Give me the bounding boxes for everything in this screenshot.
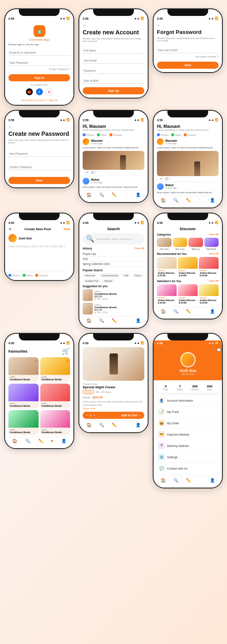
new-password-input[interactable] [8, 151, 70, 157]
home-nav-2[interactable]: 🏠 [161, 198, 166, 203]
profile-nav-p[interactable]: 👤 [210, 478, 215, 483]
fullname-input[interactable] [83, 48, 144, 54]
post-nav-f[interactable]: ✏️ [38, 439, 43, 443]
video-tab-2[interactable]: Video [171, 133, 181, 136]
cat-make-up[interactable]: Make up [188, 238, 203, 250]
product-tab-2[interactable]: Product [184, 133, 196, 136]
photos-tab[interactable]: Photos [83, 133, 94, 136]
post-nav-icon[interactable]: ✏️ [112, 192, 117, 197]
menu-delivery[interactable]: 📍 Delivery Address › [157, 440, 219, 452]
menu-my-posts[interactable]: 📝 My Posts › [157, 406, 219, 418]
next-button[interactable]: Next [8, 177, 70, 184]
heart-nav-2[interactable]: ♡ [198, 198, 202, 203]
val-card-3[interactable]: haircare Andara Skincare $ 24.00 [199, 284, 219, 305]
home-nav-p[interactable]: 🏠 [161, 478, 166, 483]
heart-nav-icon[interactable]: ♡ [124, 192, 128, 197]
apple-icon[interactable]: 🍎 [26, 88, 33, 96]
search-nav-s[interactable]: 🔍 [99, 318, 104, 323]
history-item-2[interactable]: 3CE [83, 257, 144, 262]
back-button[interactable]: ← [8, 124, 70, 129]
next-button[interactable]: Next [157, 62, 219, 69]
history-item-3[interactable]: Spring Collection 2021 [83, 262, 144, 267]
profile-nav-2[interactable]: 👤 [210, 198, 215, 203]
signup-button[interactable]: Sign Up [83, 87, 144, 94]
menu-contact[interactable]: 💬 Contact with Us › [157, 463, 219, 474]
add-to-cart-button[interactable]: Add to Cart → [121, 414, 141, 417]
tag-cinema[interactable]: Cinema Secrets [99, 273, 120, 278]
fav-heart-3[interactable]: ♥ [35, 385, 37, 389]
tag-hair[interactable]: Hair [122, 273, 131, 278]
search-nav-d[interactable]: 🔍 [173, 309, 178, 314]
home-nav-det[interactable]: 🏠 [86, 423, 91, 427]
post-nav-2[interactable]: ✏️ [186, 198, 191, 203]
fav-heart-4[interactable]: ♥ [66, 385, 68, 389]
email-input[interactable] [8, 50, 70, 56]
video-media-tab[interactable]: Video [23, 274, 33, 277]
fav-card-2[interactable]: ♥ Ladies Conditioner Bestie [40, 357, 70, 382]
search-input-wrap[interactable]: 🔍 Type product, brand, collection... [83, 233, 144, 244]
confirm-password-input[interactable] [8, 164, 70, 170]
val-card-1[interactable]: haircare Andara Skincare $ 24.00 [157, 284, 177, 305]
show-more-link[interactable]: Show more [83, 407, 144, 410]
cart-icon[interactable]: 🛒 [62, 347, 70, 355]
categories-view-all[interactable]: View All [209, 233, 219, 236]
history-item-1[interactable]: Purple Lips [83, 252, 144, 257]
video-tab[interactable]: Video [97, 133, 107, 136]
menu-settings[interactable]: ⚙️ Settings › [157, 452, 219, 463]
profile-nav-d[interactable]: 👤 [210, 309, 215, 314]
clear-all-button[interactable]: Clear All [134, 247, 144, 250]
product-media-tab[interactable]: Product [35, 274, 48, 277]
recommended-view-all[interactable]: View All [209, 252, 219, 255]
menu-payment[interactable]: 💳 Payment Method › [157, 429, 219, 440]
cat-skin-care[interactable]: Skin Care [173, 238, 188, 250]
search-nav-icon[interactable]: 🔍 [99, 192, 104, 197]
post-content-input[interactable]: Have something to share with the communi… [8, 245, 70, 270]
cat-hair-care[interactable]: Hair Care [157, 238, 172, 250]
tag-dyson[interactable]: Dyson [132, 273, 144, 278]
chat-icon[interactable]: 💬 [154, 348, 222, 352]
post-submit-button[interactable]: Post [64, 228, 70, 231]
product-card-3[interactable]: haircare Andara Skincare $ 24.00 [199, 257, 219, 278]
comments-action[interactable]: 💬 7 [91, 171, 96, 174]
dob-input[interactable] [83, 78, 144, 84]
product-card-1[interactable]: haircare Andara Skincare $ 24.00 [157, 257, 177, 278]
use-phone-link[interactable]: Use phone number ? [157, 55, 219, 58]
product-tab[interactable]: Product [110, 133, 122, 136]
home-nav-icon[interactable]: 🏠 [86, 192, 91, 197]
google-icon[interactable]: G [46, 88, 53, 96]
heart-nav-s[interactable]: ♡ [124, 318, 128, 323]
heart-nav-f[interactable]: ♥ [51, 439, 53, 443]
facebook-icon[interactable]: f [36, 88, 43, 96]
fav-card-5[interactable]: ♥ Ladies Conditioner Bestie [8, 410, 39, 435]
heart-nav-d[interactable]: ♡ [198, 309, 202, 314]
fav-heart-2[interactable]: ♥ [66, 359, 68, 363]
menu-my-order[interactable]: 📦 My Order › [157, 418, 219, 429]
password-input[interactable] [83, 68, 144, 74]
signin-button[interactable]: Sign In [8, 74, 70, 81]
comments-action-2[interactable]: 💬 7 [165, 177, 170, 180]
back-button[interactable]: ← [157, 23, 219, 27]
home-nav-d[interactable]: 🏠 [161, 309, 166, 314]
fav-card-4[interactable]: ♥ Ladies Conditioner Bestie [40, 384, 70, 408]
email-input[interactable] [157, 47, 219, 53]
val-card-2[interactable]: haircare Andara Skincare $ 24.00 [178, 284, 198, 305]
qty-increase-button[interactable]: + [93, 413, 95, 417]
post-nav-s[interactable]: ✏️ [112, 318, 117, 323]
email-input[interactable] [83, 58, 144, 64]
fav-heart-6[interactable]: ♥ [66, 412, 68, 415]
home-nav-f[interactable]: 🏠 [12, 439, 17, 443]
likes-action[interactable]: ♡ 30 [83, 171, 89, 174]
valentines-view-all[interactable]: View All [209, 280, 219, 283]
post-nav-d[interactable]: ✏️ [186, 309, 191, 314]
heart-nav-p[interactable]: ♡ [198, 478, 202, 483]
fav-card-6[interactable]: ♥ Ladies Conditioner Bestie [40, 410, 70, 435]
search-nav-2[interactable]: 🔍 [173, 198, 178, 203]
photos-tab-2[interactable]: Photos [157, 133, 169, 136]
close-button[interactable]: ✕ [8, 227, 12, 231]
profile-nav-s[interactable]: 👤 [136, 318, 141, 323]
fav-heart-1[interactable]: ♥ [35, 359, 37, 363]
profile-nav-icon[interactable]: 👤 [136, 192, 141, 197]
qty-decrease-button[interactable]: − [86, 413, 88, 417]
fav-card-3[interactable]: ♥ Ladies Conditioner Bestie [8, 384, 39, 408]
post-nav-det[interactable]: ✏️ [112, 423, 117, 427]
